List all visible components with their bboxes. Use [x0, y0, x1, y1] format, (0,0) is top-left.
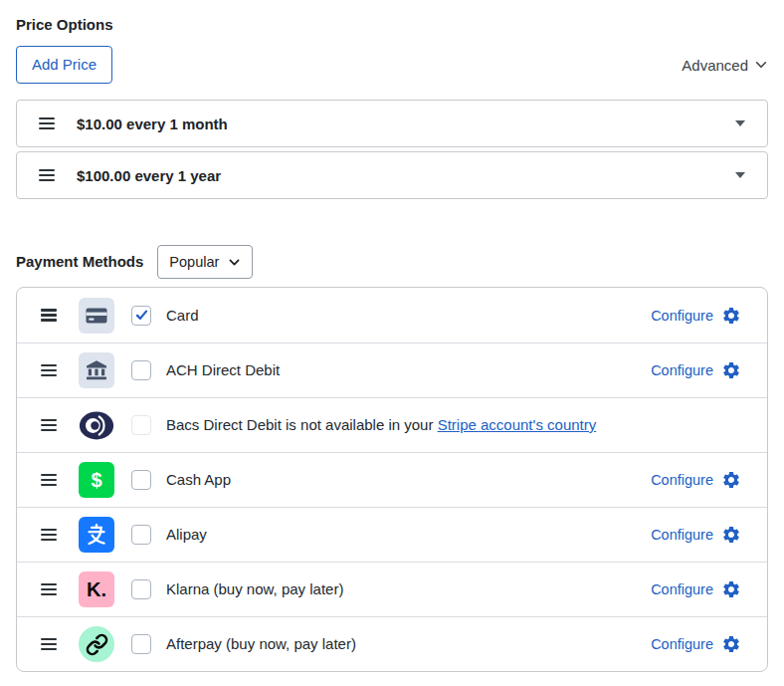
- configure-control: Configure: [651, 634, 741, 654]
- drag-handle-icon[interactable]: [41, 583, 57, 596]
- price-option-row[interactable]: $10.00 every 1 month: [16, 100, 768, 147]
- payment-method-checkbox[interactable]: [131, 306, 151, 326]
- configure-link[interactable]: Configure: [651, 308, 713, 324]
- payment-method-row: $ Cash App Configure: [17, 452, 767, 507]
- configure-control: Configure: [651, 525, 741, 545]
- configure-control: Configure: [651, 306, 741, 326]
- drag-handle-icon[interactable]: [41, 638, 57, 651]
- payment-method-checkbox[interactable]: [131, 360, 151, 380]
- configure-link[interactable]: Configure: [651, 636, 713, 652]
- add-price-button[interactable]: Add Price: [16, 46, 112, 84]
- expand-caret-icon[interactable]: [735, 120, 745, 126]
- price-options-title: Price Options: [16, 16, 768, 34]
- bank-icon: [79, 352, 114, 388]
- configure-control: Configure: [651, 579, 741, 599]
- drag-handle-icon[interactable]: [41, 419, 57, 432]
- payment-method-checkbox[interactable]: [131, 470, 151, 490]
- advanced-toggle[interactable]: Advanced: [682, 57, 768, 74]
- gear-icon[interactable]: [721, 470, 741, 490]
- payment-method-label: Alipay: [166, 525, 207, 545]
- payment-method-checkbox[interactable]: [131, 579, 151, 599]
- drag-handle-icon[interactable]: [41, 309, 57, 322]
- configure-control: Configure: [651, 470, 741, 490]
- chevron-down-icon: [754, 58, 768, 72]
- price-option-row[interactable]: $100.00 every 1 year: [16, 151, 768, 199]
- configure-control: Configure: [651, 360, 741, 380]
- drag-handle-icon[interactable]: [41, 364, 57, 377]
- payment-methods-title: Payment Methods: [16, 253, 143, 271]
- drag-handle-icon[interactable]: [41, 474, 57, 487]
- price-option-label: $100.00 every 1 year: [77, 167, 221, 184]
- gear-icon[interactable]: [721, 525, 741, 545]
- filter-selected-value: Popular: [169, 253, 219, 271]
- payment-method-label: Bacs Direct Debit is not available in yo…: [166, 415, 596, 435]
- advanced-label: Advanced: [682, 57, 748, 74]
- settings-page: Price Options Add Price Advanced $10.00 …: [0, 0, 784, 672]
- payment-method-label: Card: [166, 306, 199, 326]
- expand-caret-icon[interactable]: [735, 172, 745, 178]
- payment-method-checkbox[interactable]: [131, 525, 151, 545]
- price-options-list: $10.00 every 1 month $100.00 every 1 yea…: [16, 100, 768, 199]
- payment-method-row: Afterpay (buy now, pay later) Configure: [17, 616, 767, 671]
- payment-method-row: ACH Direct Debit Configure: [17, 343, 767, 397]
- stripe-country-link[interactable]: Stripe account's country: [438, 416, 597, 433]
- gear-icon[interactable]: [721, 579, 741, 599]
- payment-method-label: Afterpay (buy now, pay later): [166, 634, 356, 654]
- payment-method-label: Klarna (buy now, pay later): [166, 579, 343, 599]
- gear-icon[interactable]: [721, 306, 741, 326]
- gear-icon[interactable]: [721, 634, 741, 654]
- configure-link[interactable]: Configure: [651, 472, 713, 488]
- gear-icon[interactable]: [721, 360, 741, 380]
- configure-link[interactable]: Configure: [651, 527, 713, 543]
- configure-link[interactable]: Configure: [651, 362, 713, 378]
- drag-handle-icon[interactable]: [39, 169, 55, 182]
- payment-methods-filter-select[interactable]: Popular: [157, 245, 253, 279]
- drag-handle-icon[interactable]: [41, 529, 57, 542]
- afterpay-icon: [79, 626, 114, 662]
- configure-link[interactable]: Configure: [651, 581, 713, 597]
- payment-method-row: Alipay Configure: [17, 507, 767, 562]
- alipay-icon: [79, 517, 114, 553]
- payment-method-row: Card Configure: [17, 288, 767, 343]
- drag-handle-icon[interactable]: [39, 117, 55, 130]
- payment-method-label: Cash App: [166, 470, 231, 490]
- payment-method-row: Bacs Direct Debit is not available in yo…: [17, 397, 767, 452]
- bacs-icon: [79, 407, 114, 443]
- cashapp-icon: $: [79, 462, 114, 498]
- price-options-toolbar: Add Price Advanced: [16, 46, 768, 84]
- price-option-label: $10.00 every 1 month: [77, 115, 228, 132]
- chevron-down-icon: [228, 256, 241, 269]
- klarna-icon: K.: [79, 572, 114, 607]
- payment-methods-list: Card Configure ACH Direct Debit Configur…: [16, 287, 768, 672]
- payment-method-checkbox[interactable]: [131, 415, 151, 435]
- card-icon: [79, 298, 114, 334]
- payment-method-row: K. Klarna (buy now, pay later) Configure: [17, 562, 767, 616]
- payment-method-checkbox[interactable]: [131, 634, 151, 654]
- payment-methods-header: Payment Methods Popular: [16, 245, 768, 279]
- payment-method-label: ACH Direct Debit: [166, 360, 280, 380]
